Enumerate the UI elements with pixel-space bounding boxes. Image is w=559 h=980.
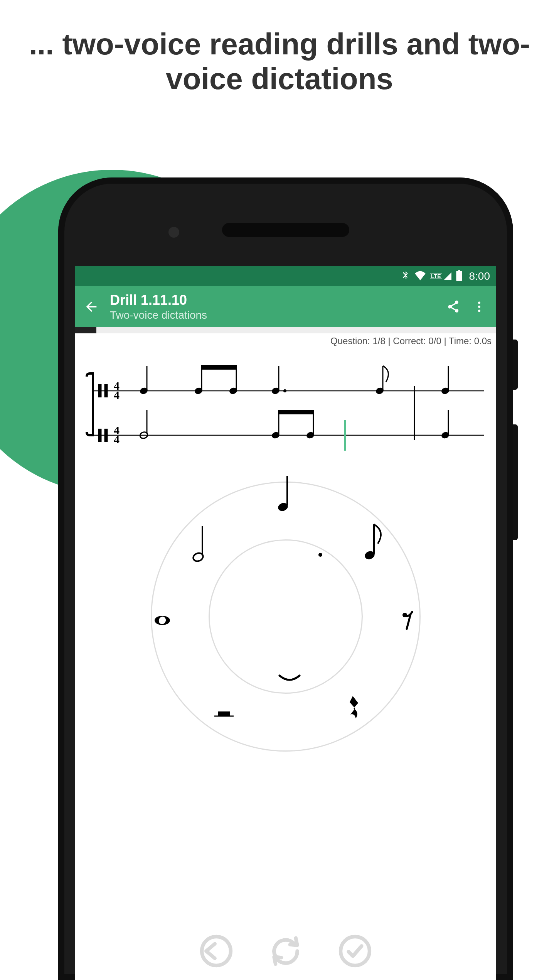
music-notation: 4 4 4 4 — [75, 358, 496, 462]
side-button — [513, 424, 518, 540]
stats-text: Question: 1/8 | Correct: 0/0 | Time: 0.0… — [75, 333, 496, 346]
svg-point-2 — [478, 310, 480, 312]
promo-headline: ... two-voice reading drills and two-voi… — [0, 27, 559, 96]
svg-rect-19 — [201, 365, 237, 370]
share-button[interactable] — [443, 296, 465, 318]
back-button[interactable] — [80, 295, 103, 318]
svg-point-42 — [402, 613, 407, 617]
svg-text:4: 4 — [114, 389, 120, 401]
undo-icon — [199, 934, 234, 968]
svg-point-1 — [478, 306, 480, 308]
cellular-icon: LTE — [430, 272, 452, 281]
replay-button[interactable] — [266, 932, 305, 970]
option-eighth-rest[interactable] — [394, 599, 424, 642]
status-time: 8:00 — [469, 270, 490, 282]
bluetooth-icon — [401, 270, 411, 282]
option-tie[interactable] — [274, 657, 305, 700]
option-whole-note[interactable] — [147, 599, 178, 642]
battery-icon — [456, 270, 462, 282]
option-half-rest[interactable] — [209, 692, 239, 734]
bottom-actions — [75, 922, 496, 980]
notation-area[interactable]: 4 4 4 4 — [75, 358, 496, 462]
confirm-button[interactable] — [336, 932, 374, 970]
progress-fill — [75, 327, 96, 333]
svg-point-49 — [318, 553, 322, 557]
option-quarter-note[interactable] — [270, 472, 301, 514]
side-button — [513, 340, 518, 390]
svg-text:4: 4 — [114, 433, 120, 446]
screen: LTE 8:00 Drill 1.11.10 Two-voice dictati… — [75, 266, 496, 980]
note-picker — [147, 478, 424, 755]
status-bar: LTE 8:00 — [75, 266, 496, 286]
svg-rect-44 — [218, 711, 230, 716]
option-half-note[interactable] — [185, 522, 216, 564]
more-button[interactable] — [468, 296, 490, 318]
undo-button[interactable] — [197, 932, 236, 970]
phone-frame: LTE 8:00 Drill 1.11.10 Two-voice dictati… — [58, 177, 513, 980]
option-quarter-rest[interactable] — [340, 688, 370, 730]
option-dot[interactable] — [305, 534, 336, 576]
speaker-grille — [222, 223, 349, 237]
app-bar-title: Drill 1.11.10 — [110, 292, 439, 308]
arrow-back-icon — [84, 299, 99, 314]
app-bar: Drill 1.11.10 Two-voice dictations — [75, 286, 496, 327]
svg-rect-34 — [278, 410, 314, 414]
wifi-icon — [414, 270, 426, 282]
replay-icon — [268, 934, 303, 968]
progress-bar — [75, 327, 496, 333]
check-circle-icon — [338, 934, 372, 968]
share-icon — [447, 300, 461, 314]
svg-point-0 — [478, 302, 480, 304]
option-eighth-note[interactable] — [359, 520, 390, 563]
app-bar-subtitle: Two-voice dictations — [110, 309, 439, 321]
svg-point-22 — [283, 389, 286, 392]
more-vert-icon — [472, 300, 486, 314]
camera-dot — [168, 227, 179, 238]
